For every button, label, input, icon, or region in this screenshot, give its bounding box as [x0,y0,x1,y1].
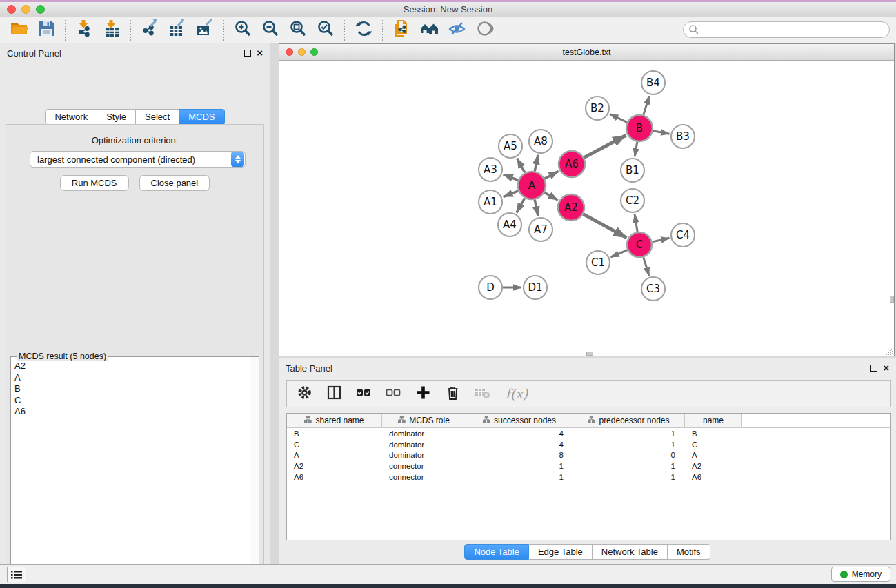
edge-B-B2[interactable] [610,114,627,123]
cell-successor-nodes[interactable]: 4 [466,440,573,449]
result-item[interactable]: A2 [12,361,249,372]
edge-A2-C[interactable] [584,214,627,238]
column-header-successor-nodes[interactable]: successor nodes [466,414,573,427]
cell-name[interactable]: B [685,429,742,438]
edge-B-B3[interactable] [653,131,670,134]
deselect-all-checkboxes-button[interactable] [384,385,402,403]
cell-MCDS-role[interactable]: dominator [382,429,466,438]
edge-C-C2[interactable] [635,214,637,232]
show-all-button[interactable] [474,20,495,41]
tab-node-table[interactable]: Node Table [464,544,529,560]
table-row[interactable]: A6connector11A6 [287,472,890,483]
node-A7[interactable]: A7 [529,218,552,241]
node-D[interactable]: D [479,276,502,299]
cell-MCDS-role[interactable]: dominator [382,440,466,449]
edge-A-A6[interactable] [545,171,559,179]
cell-successor-nodes[interactable]: 8 [466,451,573,459]
export-image-button[interactable] [195,20,215,41]
hide-selected-button[interactable] [446,20,467,41]
refresh-network-button[interactable] [353,20,374,41]
save-session-button[interactable] [36,20,57,41]
cell-shared-name[interactable]: C [287,440,382,449]
duplicate-network-button[interactable] [391,20,412,41]
node-A[interactable]: A [518,172,546,199]
node-C[interactable]: C [627,232,652,257]
network-canvas[interactable]: AA1A2A3A4A5A6A7A8BB1B2B3B4CC1C2C3C4DD1 [279,61,894,356]
cell-shared-name[interactable]: A2 [287,462,382,470]
table-row[interactable]: A2connector11A2 [287,460,890,472]
zoom-fit-button[interactable] [288,20,308,41]
edge-A6-B[interactable] [584,135,626,157]
vertical-scrollbar-thumb[interactable] [890,296,894,303]
cell-MCDS-role[interactable]: connector [382,473,466,481]
horizontal-scrollbar-thumb[interactable] [586,352,593,356]
cell-name[interactable]: A2 [685,462,742,470]
column-header-shared-name[interactable]: shared name [287,414,382,427]
column-header-MCDS-role[interactable]: MCDS role [382,414,466,427]
node-A4[interactable]: A4 [498,213,521,236]
node-B[interactable]: B [626,115,653,141]
edge-A-A8[interactable] [535,155,538,172]
cell-MCDS-role[interactable]: dominator [382,451,466,459]
cell-predecessor-nodes[interactable]: 1 [573,440,685,449]
node-A3[interactable]: A3 [479,158,502,181]
function-builder-button[interactable]: f(x) [503,385,530,403]
node-C3[interactable]: C3 [641,277,665,301]
cell-name[interactable]: A6 [685,473,742,481]
search-input[interactable] [683,21,890,38]
edge-C-C3[interactable] [644,257,649,276]
node-B1[interactable]: B1 [621,159,644,182]
home-layout-button[interactable] [419,20,439,41]
edge-B-B4[interactable] [644,96,649,115]
result-item[interactable]: C [12,395,249,407]
node-B3[interactable]: B3 [671,125,695,148]
memory-button[interactable]: Memory [831,567,890,582]
tab-network-table[interactable]: Network Table [593,544,668,560]
node-B4[interactable]: B4 [641,71,665,94]
cell-name[interactable]: C [685,440,742,449]
result-scrollbar[interactable] [250,357,259,588]
edge-A-A2[interactable] [544,192,558,200]
tab-edge-table[interactable]: Edge Table [529,544,593,560]
edge-A-A3[interactable] [504,174,519,180]
edge-B-B1[interactable] [635,142,637,157]
add-row-plus-button[interactable] [414,385,432,403]
task-history-button[interactable] [7,567,26,582]
close-table-panel-icon[interactable]: × [883,365,889,372]
node-A5[interactable]: A5 [499,134,522,158]
result-item[interactable]: A [12,372,249,384]
result-item[interactable]: A6 [12,406,249,418]
edge-C-C1[interactable] [610,250,627,257]
cell-shared-name[interactable]: A [287,451,382,459]
export-network-button[interactable] [139,20,160,41]
resize-grip-icon[interactable] [884,346,893,355]
select-all-checkboxes-button[interactable] [355,385,372,403]
float-panel-icon[interactable] [244,50,251,57]
float-table-panel-icon[interactable] [870,365,877,372]
edge-A-A5[interactable] [517,159,525,173]
close-panel-icon[interactable]: × [257,50,263,57]
tab-style[interactable]: Style [97,109,136,125]
zoom-out-button[interactable] [260,20,281,41]
zoom-selected-button[interactable] [315,20,336,41]
node-A2[interactable]: A2 [558,194,584,221]
node-A6[interactable]: A6 [559,151,585,177]
column-header-predecessor-nodes[interactable]: predecessor nodes [573,414,685,427]
column-settings-gear-button[interactable] [295,385,313,403]
cell-predecessor-nodes[interactable]: 1 [573,462,685,470]
tab-select[interactable]: Select [136,109,179,125]
criterion-dropdown[interactable]: largest connected component (directed) [30,151,246,168]
delete-table-button[interactable] [473,385,491,403]
node-C2[interactable]: C2 [621,189,644,212]
tab-mcds[interactable]: MCDS [179,109,224,125]
cell-predecessor-nodes[interactable]: 0 [573,451,685,459]
cell-successor-nodes[interactable]: 1 [466,462,573,470]
node-B2[interactable]: B2 [586,97,609,120]
node-A8[interactable]: A8 [529,130,552,153]
open-session-button[interactable] [8,20,29,41]
cell-predecessor-nodes[interactable]: 1 [573,429,685,438]
table-row[interactable]: Adominator80A [287,449,890,460]
cell-name[interactable]: A [685,451,742,459]
node-A1[interactable]: A1 [479,190,502,214]
edge-A-A1[interactable] [504,191,519,197]
